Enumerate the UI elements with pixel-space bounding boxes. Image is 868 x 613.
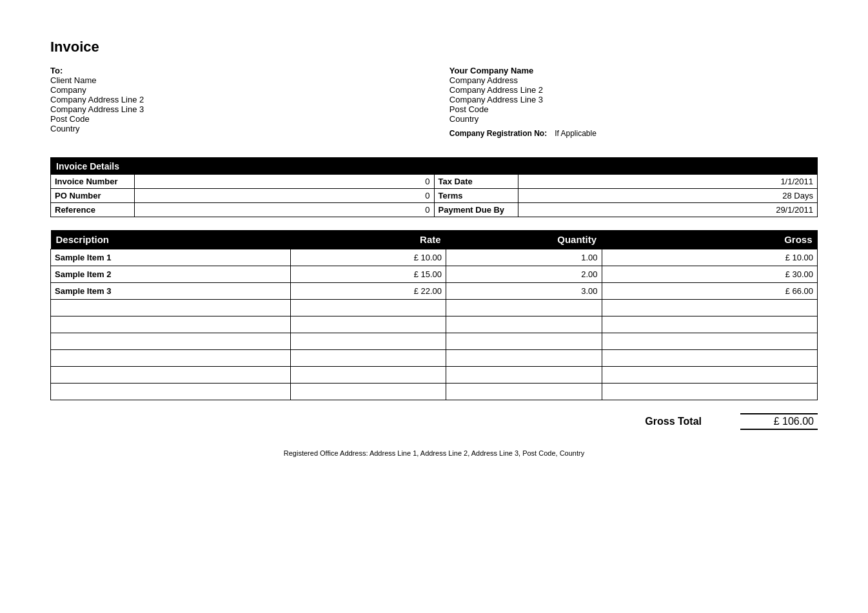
invoice-number-label: Invoice Number xyxy=(51,175,135,188)
table-row xyxy=(51,367,818,384)
po-number-value: 0 xyxy=(135,189,434,202)
tax-date-label: Tax Date xyxy=(435,175,518,188)
table-row xyxy=(51,333,818,350)
table-row xyxy=(51,384,818,400)
item-gross: £ 10.00 xyxy=(602,249,817,266)
item-gross xyxy=(602,333,817,350)
terms-value: 28 Days xyxy=(518,189,818,202)
item-description: Sample Item 1 xyxy=(51,249,291,266)
terms-label: Terms xyxy=(435,189,518,202)
item-rate xyxy=(290,350,446,367)
item-rate xyxy=(290,384,446,400)
tax-date-row: Tax Date 1/1/2011 xyxy=(435,175,818,189)
reference-row: Reference 0 xyxy=(51,203,434,217)
reference-label: Reference xyxy=(51,203,135,217)
item-description xyxy=(51,350,291,367)
table-row xyxy=(51,316,818,333)
company-name: Your Company Name xyxy=(449,66,818,75)
payment-due-value: 29/1/2011 xyxy=(518,203,818,217)
po-number-label: PO Number xyxy=(51,189,135,202)
invoice-details-header: Invoice Details xyxy=(51,158,817,175)
payment-due-row: Payment Due By 29/1/2011 xyxy=(435,203,818,217)
client-name: Client Name xyxy=(50,75,419,85)
item-gross xyxy=(602,367,817,384)
footer-text: Registered Office Address: Address Line … xyxy=(50,449,818,457)
company-address: Company Address xyxy=(449,75,818,85)
gross-total-value: £ 106.00 xyxy=(740,413,818,430)
company-address-line2: Company Address Line 2 xyxy=(449,85,818,95)
invoice-number-value: 0 xyxy=(135,175,434,188)
invoice-title: Invoice xyxy=(50,39,818,55)
company-post-code: Post Code xyxy=(449,104,818,114)
item-gross xyxy=(602,384,817,400)
registration-label: Company Registration No: xyxy=(449,129,547,138)
company-address-line3: Company Address Line 3 xyxy=(449,95,818,104)
bill-to-section: To: Client Name Company Company Address … xyxy=(50,66,419,138)
invoice-details-section: Invoice Details Invoice Number 0 PO Numb… xyxy=(50,157,818,217)
rate-header: Rate xyxy=(290,230,446,249)
gross-header: Gross xyxy=(602,230,817,249)
table-row: Sample Item 3£ 22.003.00£ 66.00 xyxy=(51,283,818,300)
item-gross xyxy=(602,350,817,367)
item-gross: £ 66.00 xyxy=(602,283,817,300)
item-rate: £ 22.00 xyxy=(290,283,446,300)
to-label: To: xyxy=(50,66,419,75)
item-rate xyxy=(290,300,446,316)
item-description xyxy=(51,300,291,316)
item-quantity xyxy=(446,384,602,400)
item-quantity xyxy=(446,367,602,384)
item-gross xyxy=(602,316,817,333)
company-registration-row: Company Registration No: If Applicable xyxy=(449,129,818,138)
item-quantity xyxy=(446,316,602,333)
table-row: Sample Item 1£ 10.001.00£ 10.00 xyxy=(51,249,818,266)
client-country: Country xyxy=(50,124,419,133)
item-gross xyxy=(602,300,817,316)
table-row: Sample Item 2£ 15.002.00£ 30.00 xyxy=(51,266,818,283)
item-quantity xyxy=(446,333,602,350)
payment-due-label: Payment Due By xyxy=(435,203,518,217)
item-rate xyxy=(290,333,446,350)
client-post-code: Post Code xyxy=(50,114,419,124)
tax-date-value: 1/1/2011 xyxy=(518,175,818,188)
po-number-row: PO Number 0 xyxy=(51,189,434,203)
gross-total-section: Gross Total £ 106.00 xyxy=(50,413,818,430)
item-quantity: 1.00 xyxy=(446,249,602,266)
item-description: Sample Item 3 xyxy=(51,283,291,300)
terms-row: Terms 28 Days xyxy=(435,189,818,203)
table-row xyxy=(51,350,818,367)
reference-value: 0 xyxy=(135,203,434,217)
company-info-section: Your Company Name Company Address Compan… xyxy=(449,66,818,138)
item-description xyxy=(51,367,291,384)
client-company: Company xyxy=(50,85,419,95)
item-description: Sample Item 2 xyxy=(51,266,291,283)
item-description xyxy=(51,384,291,400)
gross-total-label: Gross Total xyxy=(645,416,702,427)
description-header: Description xyxy=(51,230,291,249)
invoice-number-row: Invoice Number 0 xyxy=(51,175,434,189)
quantity-header: Quantity xyxy=(446,230,602,249)
item-gross: £ 30.00 xyxy=(602,266,817,283)
item-description xyxy=(51,333,291,350)
item-rate: £ 15.00 xyxy=(290,266,446,283)
item-description xyxy=(51,316,291,333)
item-rate xyxy=(290,367,446,384)
items-table: Description Rate Quantity Gross Sample I… xyxy=(50,230,818,400)
item-quantity xyxy=(446,300,602,316)
item-rate: £ 10.00 xyxy=(290,249,446,266)
item-quantity xyxy=(446,350,602,367)
item-quantity: 2.00 xyxy=(446,266,602,283)
client-address-line2: Company Address Line 2 xyxy=(50,95,419,104)
registration-value: If Applicable xyxy=(555,129,597,138)
client-address-line3: Company Address Line 3 xyxy=(50,104,419,114)
item-rate xyxy=(290,316,446,333)
table-row xyxy=(51,300,818,316)
company-country: Country xyxy=(449,114,818,124)
item-quantity: 3.00 xyxy=(446,283,602,300)
